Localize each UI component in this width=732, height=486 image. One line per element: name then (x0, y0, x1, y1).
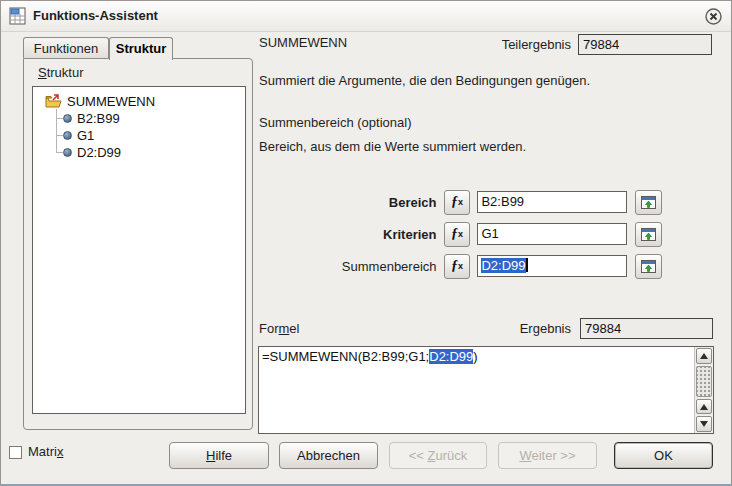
argument-help: Bereich, aus dem die Werte summiert werd… (259, 139, 526, 154)
struktur-label: Struktur (38, 65, 84, 80)
teilergebnis-field: 79884 (578, 34, 712, 55)
formel-label: Formel (259, 321, 299, 336)
tab-funktionen[interactable]: Funktionen (23, 37, 109, 58)
shrink-button[interactable] (635, 190, 662, 215)
scroll-up-button[interactable] (696, 348, 712, 364)
arrow-down-icon (700, 421, 708, 427)
structure-tree[interactable]: SUMMEWENN B2:B99 G1 D2:D99 (32, 86, 246, 414)
arg-label: Summenbereich (259, 259, 437, 274)
arg-label: Bereich (259, 195, 437, 210)
arg-row-bereich: Bereich ƒx B2:B99 (259, 189, 669, 215)
function-name: SUMMEWENN (259, 35, 347, 50)
argument-title: Summenbereich (optional) (259, 115, 411, 130)
kriterien-input[interactable]: G1 (477, 223, 627, 245)
shrink-icon (641, 228, 656, 241)
tree-node-arg[interactable]: B2:B99 (63, 110, 120, 127)
function-wizard-dialog: Funktions-Assistent Funktionen Struktur … (0, 0, 732, 486)
argument-bullet-icon (63, 148, 72, 157)
tree-node-label: G1 (77, 128, 94, 143)
scrollbar-thumb[interactable] (696, 366, 712, 397)
teilergebnis-label: Teilergebnis (451, 37, 571, 52)
tree-node-label: D2:D99 (77, 145, 121, 160)
cancel-button[interactable]: Abbrechen (279, 442, 378, 469)
shrink-icon (641, 260, 656, 273)
next-button[interactable]: Weiter >> (498, 442, 597, 469)
matrix-label: Matrix (28, 444, 63, 459)
scroll-down-button[interactable] (696, 416, 712, 432)
ergebnis-label: Ergebnis (471, 321, 571, 336)
tab-struktur[interactable]: Struktur (109, 37, 173, 60)
ergebnis-field: 79884 (580, 318, 713, 339)
tree-node-arg[interactable]: D2:D99 (63, 144, 121, 161)
arg-label: Kriterien (259, 227, 437, 242)
tree-node-arg[interactable]: G1 (63, 127, 94, 144)
bereich-input[interactable]: B2:B99 (477, 191, 627, 213)
function-fx-button[interactable]: ƒx (444, 222, 471, 247)
window-title: Funktions-Assistent (33, 1, 158, 30)
selected-text: D2:D99 (429, 349, 473, 364)
vertical-scrollbar[interactable] (694, 347, 713, 433)
function-fx-button[interactable]: ƒx (444, 254, 471, 279)
summenbereich-input[interactable]: D2:D99 (477, 255, 627, 277)
titlebar[interactable]: Funktions-Assistent (1, 1, 731, 32)
tree-connector-line (56, 118, 63, 119)
shrink-icon (641, 196, 656, 209)
tree-node-root[interactable]: SUMMEWENN (45, 93, 155, 110)
back-button[interactable]: << Zurück (389, 442, 487, 469)
spreadsheet-icon (9, 7, 27, 25)
shrink-button[interactable] (635, 222, 662, 247)
help-button[interactable]: Hilfe (169, 442, 269, 469)
close-icon[interactable] (705, 8, 722, 25)
argument-bullet-icon (63, 114, 72, 123)
selected-text: D2:D99 (481, 258, 525, 273)
arrow-up-icon (700, 353, 708, 359)
function-description: Summiert die Argumente, die den Bedingun… (259, 73, 590, 88)
arg-row-kriterien: Kriterien ƒx G1 (259, 221, 669, 247)
argument-bullet-icon (63, 131, 72, 140)
function-fx-button[interactable]: ƒx (444, 190, 471, 215)
matrix-checkbox[interactable] (9, 446, 22, 459)
text-caret (526, 258, 528, 272)
tree-connector-line (56, 152, 63, 153)
shrink-button[interactable] (635, 254, 662, 279)
tree-connector-line (56, 135, 63, 136)
scroll-up-button-2[interactable] (696, 399, 712, 415)
open-folder-icon (45, 94, 62, 109)
formula-text[interactable]: =SUMMEWENN(B2:B99;G1;D2:D99) (259, 347, 694, 433)
tree-connector-line (56, 109, 57, 152)
formula-editor[interactable]: =SUMMEWENN(B2:B99;G1;D2:D99) (258, 346, 714, 434)
tree-node-label: SUMMEWENN (67, 94, 155, 109)
ok-button[interactable]: OK (614, 442, 713, 469)
arrow-up-icon (700, 404, 708, 410)
struktur-tab-page: Struktur SUMMEWENN B2:B99 G1 (23, 58, 253, 430)
arg-row-summenbereich: Summenbereich ƒx D2:D99 (259, 253, 669, 279)
tree-node-label: B2:B99 (77, 111, 120, 126)
